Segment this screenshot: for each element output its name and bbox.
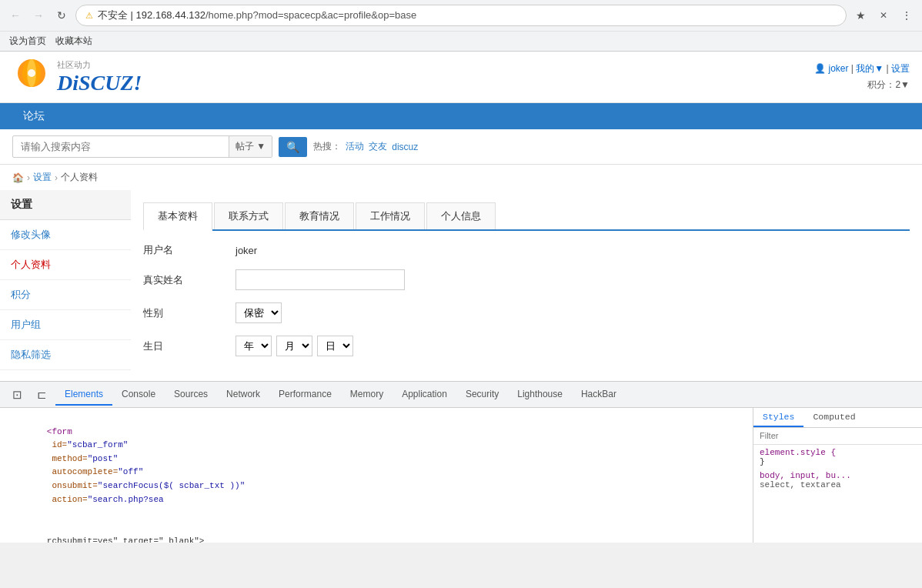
svg-point-3: [28, 69, 35, 77]
security-warning-icon: ⚠: [85, 11, 93, 21]
bookmarks-bar: 设为首页 收藏本站: [0, 31, 922, 51]
browser-toolbar: ← → ↻ ⚠ 不安全 | 192.168.44.132/home.php?mo…: [0, 0, 922, 31]
devtools-tab-hackbar[interactable]: HackBar: [572, 384, 626, 406]
url-text: 不安全 | 192.168.44.132/home.php?mod=spacec…: [98, 8, 837, 22]
realname-label: 真实姓名: [143, 273, 236, 287]
birthday-label: 生日: [143, 339, 236, 353]
forward-button[interactable]: →: [29, 6, 48, 25]
tab-work[interactable]: 工作情况: [356, 202, 425, 229]
bookmark-favorite[interactable]: 收藏本站: [55, 35, 92, 48]
username-link[interactable]: joker: [829, 63, 849, 74]
tab-contact[interactable]: 联系方式: [214, 202, 283, 229]
sidebar-item-avatar[interactable]: 修改头像: [0, 220, 131, 250]
devtools-tab-memory[interactable]: Memory: [341, 384, 393, 406]
breadcrumb-sep-1: ›: [27, 172, 30, 183]
breadcrumb-sep-2: ›: [55, 172, 58, 183]
styles-tab-styles[interactable]: Styles: [753, 408, 803, 427]
menu-button[interactable]: ⋮: [897, 6, 916, 25]
realname-row: 真实姓名: [143, 269, 910, 290]
gender-label: 性别: [143, 306, 236, 320]
reload-button[interactable]: ↻: [52, 6, 71, 25]
styles-selector-1: element.style {: [760, 448, 916, 457]
birthday-year-select[interactable]: 年: [236, 336, 272, 356]
back-button[interactable]: ←: [6, 6, 25, 25]
devtools-inspect-button[interactable]: ⊡: [6, 384, 28, 406]
sidebar-item-privacy[interactable]: 隐私筛选: [0, 340, 131, 370]
site-header: 社区动力 DiSCUZ! 👤 joker | 我的▼ | 设置 积分：2▼: [0, 52, 922, 103]
birthday-row: 生日 年 月 日: [143, 336, 910, 356]
styles-filter-input[interactable]: [760, 431, 916, 440]
points-display: 积分：2▼: [814, 79, 910, 92]
devtools-tab-security[interactable]: Security: [456, 384, 508, 406]
url-path: /home.php?mod=spacecp&ac=profile&op=base: [205, 9, 416, 21]
site-logo: 社区动力 DiSCUZ!: [12, 58, 142, 96]
styles-filter: [753, 428, 922, 445]
sidebar: 设置 修改头像 个人资料 积分 用户组 隐私筛选: [0, 190, 131, 381]
profile-content: 基本资料 联系方式 教育情况 工作情况 个人信息 用户名 joker 真实姓名 …: [131, 190, 922, 381]
browser-chrome: ← → ↻ ⚠ 不安全 | 192.168.44.132/home.php?mo…: [0, 0, 922, 52]
devtools-tab-network[interactable]: Network: [217, 384, 269, 406]
tab-personal[interactable]: 个人信息: [426, 202, 496, 229]
styles-content: element.style { } body, input, bu... sel…: [753, 445, 922, 493]
breadcrumb: 🏠 › 设置 › 个人资料: [0, 165, 922, 190]
hot-item-0[interactable]: 活动: [346, 140, 364, 153]
styles-panel: Styles Computed element.style { } body, …: [753, 408, 922, 543]
breadcrumb-settings[interactable]: 设置: [33, 171, 52, 184]
hot-label: 热搜：: [313, 140, 341, 153]
url-host: 192.168.44.132: [136, 9, 205, 21]
hot-item-1[interactable]: 交友: [369, 140, 387, 153]
username-row: 用户名 joker: [143, 243, 910, 257]
settings-link[interactable]: 设置: [891, 63, 910, 74]
username-value: joker: [236, 245, 257, 256]
site-user-nav: 👤 joker | 我的▼ | 设置 积分：2▼: [814, 62, 910, 92]
sidebar-title: 设置: [0, 190, 131, 220]
styles-rule-2-comment: select, textarea: [760, 480, 916, 489]
tab-basic-info[interactable]: 基本资料: [143, 202, 212, 231]
address-bar[interactable]: ⚠ 不安全 | 192.168.44.132/home.php?mod=spac…: [75, 5, 847, 26]
sidebar-item-usergroup[interactable]: 用户组: [0, 310, 131, 340]
birthday-month-select[interactable]: 月: [276, 336, 312, 356]
code-line-0[interactable]: <form id="scbar_form" method="post" auto…: [0, 411, 753, 521]
search-go-button[interactable]: 🔍: [279, 137, 307, 157]
extensions-button[interactable]: ✕: [874, 6, 893, 25]
profile-tabs: 基本资料 联系方式 教育情况 工作情况 个人信息: [143, 202, 910, 231]
devtools-tab-lighthouse[interactable]: Lighthouse: [508, 384, 572, 406]
gender-select[interactable]: 保密 男 女: [236, 302, 282, 323]
gender-row: 性别 保密 男 女: [143, 302, 910, 323]
search-type-button[interactable]: 帖子 ▼: [229, 136, 272, 157]
devtools-tab-console[interactable]: Console: [112, 384, 165, 406]
tab-education[interactable]: 教育情况: [285, 202, 354, 229]
birthday-day-select[interactable]: 日: [317, 336, 353, 356]
hot-item-2[interactable]: discuz: [392, 142, 418, 152]
user-icon: 👤: [814, 63, 826, 74]
sidebar-item-points[interactable]: 积分: [0, 280, 131, 310]
styles-panel-tabs: Styles Computed: [753, 408, 922, 428]
nav-forum[interactable]: 论坛: [12, 103, 55, 129]
elements-panel: <form id="scbar_form" method="post" auto…: [0, 408, 753, 543]
bookmark-homepage[interactable]: 设为首页: [9, 35, 46, 48]
main-content: 设置 修改头像 个人资料 积分 用户组 隐私筛选 基本资料 联系方式 教: [0, 190, 922, 381]
devtools-tab-sources[interactable]: Sources: [165, 384, 217, 406]
logo-slogan: 社区动力: [57, 59, 142, 71]
devtools-tab-application[interactable]: Application: [393, 384, 456, 406]
realname-input[interactable]: [236, 269, 405, 290]
sidebar-item-profile[interactable]: 个人资料: [0, 250, 131, 280]
styles-tab-computed[interactable]: Computed: [803, 408, 864, 427]
styles-closing-1: }: [760, 457, 916, 466]
my-link[interactable]: 我的▼: [856, 63, 884, 74]
devtools-device-button[interactable]: ⊏: [31, 384, 52, 406]
devtools-tab-elements[interactable]: Elements: [55, 384, 112, 406]
search-input[interactable]: [13, 137, 229, 156]
devtools-toolbar: ⊡ ⊏ Elements Console Sources Network Per…: [0, 382, 922, 408]
code-line-0b[interactable]: rchsubmit=yes" target="_blank">: [0, 521, 753, 543]
birthday-selects: 年 月 日: [236, 336, 353, 356]
devtools-tab-performance[interactable]: Performance: [269, 384, 341, 406]
logo-text: DiSCUZ!: [57, 71, 142, 95]
bookmark-button[interactable]: ★: [851, 6, 870, 25]
hot-search: 热搜： 活动 交友 discuz: [313, 140, 418, 153]
page-content: 社区动力 DiSCUZ! 👤 joker | 我的▼ | 设置 积分：2▼ 论坛…: [0, 52, 922, 381]
breadcrumb-current: 个人资料: [61, 171, 98, 184]
home-icon[interactable]: 🏠: [12, 172, 24, 183]
styles-rule-2: body, input, bu...: [760, 471, 916, 480]
nav-bar: 论坛: [0, 103, 922, 129]
